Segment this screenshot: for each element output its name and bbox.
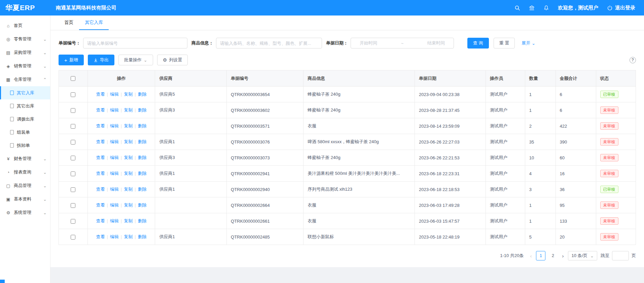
edit-link[interactable]: 编辑 [110, 123, 119, 128]
jump-page-input[interactable] [612, 251, 629, 260]
sidebar-item-label: 报表查询 [14, 169, 43, 175]
sidebar-subitem-other-inbound[interactable]: 其它入库 [0, 86, 50, 99]
copy-link[interactable]: 复制 [124, 234, 133, 239]
edit-link[interactable]: 编辑 [110, 187, 119, 192]
delete-link[interactable]: 删除 [138, 155, 147, 160]
delete-link[interactable]: 删除 [138, 107, 147, 113]
copy-link[interactable]: 复制 [124, 123, 133, 128]
help-icon[interactable]: ? [630, 57, 636, 63]
action-separator: | [121, 218, 122, 223]
column-settings-button[interactable]: ⚙ 列设置 [157, 55, 188, 65]
delete-link[interactable]: 删除 [138, 139, 147, 144]
delete-link[interactable]: 删除 [138, 171, 147, 176]
date-range-picker[interactable]: 开始时间 ~ 结束时间 [351, 38, 454, 49]
sidebar-item-purchase[interactable]: ▤采购管理⌄ [0, 46, 50, 59]
edit-link[interactable]: 编辑 [110, 171, 119, 176]
sidebar-subitem-transfer-outbound[interactable]: 调拨出库 [0, 113, 50, 126]
bill-no-input[interactable] [83, 38, 187, 49]
sidebar-item-sales[interactable]: ◈销售管理⌄ [0, 59, 50, 73]
sidebar: ⌂首页◎零售管理⌄▤采购管理⌄◈销售管理⌄▦仓库管理⌃其它入库其它出库调拨出库组… [0, 15, 50, 283]
copy-link[interactable]: 复制 [124, 218, 133, 223]
sidebar-item-system[interactable]: ⚙系统管理⌄ [0, 206, 50, 219]
edit-link[interactable]: 编辑 [110, 218, 119, 223]
platform-icon[interactable] [529, 5, 535, 11]
view-link[interactable]: 查看 [96, 107, 105, 113]
view-link[interactable]: 查看 [96, 202, 105, 208]
product-info-input[interactable] [216, 38, 322, 49]
tab-other-inbound[interactable]: 其它入库 [79, 15, 109, 30]
edit-link[interactable]: 编辑 [110, 139, 119, 144]
sidebar-item-goods[interactable]: ▢商品管理⌄ [0, 179, 50, 192]
select-all-checkbox[interactable] [71, 76, 75, 81]
row-checkbox[interactable] [71, 156, 75, 160]
sidebar-item-retail[interactable]: ◎零售管理⌄ [0, 32, 50, 46]
amount-cell: 6 [556, 87, 596, 102]
view-link[interactable]: 查看 [96, 123, 105, 128]
sidebar-item-warehouse[interactable]: ▦仓库管理⌃ [0, 73, 50, 86]
view-link[interactable]: 查看 [96, 155, 105, 160]
finance-icon: ¥ [5, 156, 11, 161]
copy-link[interactable]: 复制 [124, 202, 133, 208]
delete-link[interactable]: 删除 [138, 218, 147, 223]
sidebar-item-report[interactable]: ◔报表查询⌄ [0, 165, 50, 179]
add-button[interactable]: + 新增 [59, 55, 84, 65]
sidebar-subitem-other-outbound[interactable]: 其它出库 [0, 99, 50, 113]
copy-link[interactable]: 复制 [124, 171, 133, 176]
search-button[interactable]: 查 询 [467, 38, 489, 49]
copy-link[interactable]: 复制 [124, 92, 133, 97]
row-checkbox[interactable] [71, 235, 75, 240]
date-end-placeholder: 结束时间 [427, 40, 445, 46]
row-checkbox[interactable] [71, 203, 75, 208]
page-size-select[interactable]: 10 条/页 ⌄ [568, 251, 597, 260]
copy-link[interactable]: 复制 [124, 155, 133, 160]
edit-link[interactable]: 编辑 [110, 234, 119, 239]
logout-button[interactable]: 退出登录 [607, 5, 635, 11]
chevron-down-icon: ⌄ [43, 51, 47, 55]
row-checkbox[interactable] [71, 171, 75, 176]
document-icon [10, 130, 14, 134]
delete-link[interactable]: 删除 [138, 202, 147, 208]
copy-link[interactable]: 复制 [124, 139, 133, 144]
edit-link[interactable]: 编辑 [110, 92, 119, 97]
expand-filters-link[interactable]: 展开 ⌄ [522, 40, 535, 46]
edit-link[interactable]: 编辑 [110, 155, 119, 160]
edit-link[interactable]: 编辑 [110, 107, 119, 113]
notification-bell-icon[interactable] [543, 5, 549, 11]
prev-page-icon[interactable]: ‹ [529, 253, 533, 259]
row-checkbox[interactable] [71, 108, 75, 113]
delete-link[interactable]: 删除 [138, 92, 147, 97]
delete-link[interactable]: 删除 [138, 187, 147, 192]
tab-home[interactable]: 首页 [59, 15, 79, 30]
view-link[interactable]: 查看 [96, 92, 105, 97]
page-button-1[interactable]: 1 [536, 251, 545, 260]
page-size-value: 10 条/页 [571, 253, 587, 259]
row-checkbox[interactable] [71, 219, 75, 224]
edit-link[interactable]: 编辑 [110, 202, 119, 208]
sidebar-collapse-handle[interactable] [0, 280, 5, 283]
sidebar-subitem-disassembly[interactable]: 拆卸单 [0, 139, 50, 152]
view-link[interactable]: 查看 [96, 218, 105, 223]
copy-link[interactable]: 复制 [124, 187, 133, 192]
delete-link[interactable]: 删除 [138, 123, 147, 128]
row-checkbox[interactable] [71, 140, 75, 145]
batch-actions-button[interactable]: 批量操作 ⌄ [118, 55, 153, 65]
sidebar-item-finance[interactable]: ¥财务管理⌄ [0, 152, 50, 165]
row-checkbox[interactable] [71, 124, 75, 129]
view-link[interactable]: 查看 [96, 234, 105, 239]
row-checkbox[interactable] [71, 187, 75, 192]
row-checkbox[interactable] [71, 92, 75, 97]
sidebar-item-basic[interactable]: ▣基本资料⌄ [0, 192, 50, 206]
reset-button[interactable]: 重 置 [494, 38, 515, 49]
delete-link[interactable]: 删除 [138, 234, 147, 239]
view-link[interactable]: 查看 [96, 187, 105, 192]
view-link[interactable]: 查看 [96, 139, 105, 144]
copy-link[interactable]: 复制 [124, 107, 133, 113]
next-page-icon[interactable]: › [561, 253, 565, 259]
sidebar-item-home[interactable]: ⌂首页 [0, 19, 50, 32]
export-button[interactable]: 导出 [88, 55, 114, 65]
sidebar-subitem-assembly[interactable]: 组装单 [0, 126, 50, 139]
status-cell: 已审核 [596, 182, 636, 197]
page-button-2[interactable]: 2 [548, 251, 558, 260]
view-link[interactable]: 查看 [96, 171, 105, 176]
search-icon[interactable] [514, 5, 520, 11]
